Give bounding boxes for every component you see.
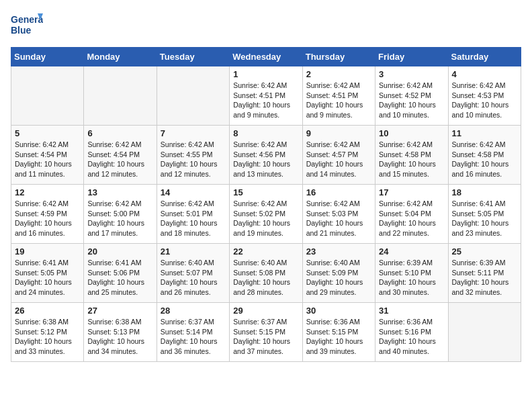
calendar-cell: 19Sunrise: 6:41 AMSunset: 5:05 PMDayligh… — [11, 244, 84, 303]
day-number: 8 — [233, 128, 298, 138]
day-info: Sunrise: 6:39 AMSunset: 5:10 PMDaylight:… — [379, 258, 444, 298]
calendar-body: 1Sunrise: 6:42 AMSunset: 4:51 PMDaylight… — [11, 66, 521, 362]
week-row-3: 12Sunrise: 6:42 AMSunset: 4:59 PMDayligh… — [11, 185, 521, 244]
day-info: Sunrise: 6:42 AMSunset: 4:57 PMDaylight:… — [306, 140, 371, 179]
calendar-cell: 5Sunrise: 6:42 AMSunset: 4:54 PMDaylight… — [11, 126, 84, 185]
calendar-cell — [157, 66, 229, 126]
logo: General Blue — [11, 11, 43, 39]
day-info: Sunrise: 6:38 AMSunset: 5:12 PMDaylight:… — [15, 317, 80, 357]
day-number: 18 — [452, 187, 517, 197]
day-number: 9 — [306, 128, 371, 138]
calendar-cell: 8Sunrise: 6:42 AMSunset: 4:56 PMDaylight… — [230, 126, 302, 185]
day-number: 31 — [379, 306, 444, 316]
day-number: 5 — [15, 128, 80, 138]
calendar-cell: 30Sunrise: 6:36 AMSunset: 5:15 PMDayligh… — [302, 303, 375, 362]
calendar-cell: 20Sunrise: 6:41 AMSunset: 5:06 PMDayligh… — [84, 244, 157, 303]
day-info: Sunrise: 6:42 AMSunset: 5:02 PMDaylight:… — [233, 199, 298, 238]
calendar-cell: 18Sunrise: 6:41 AMSunset: 5:05 PMDayligh… — [448, 185, 521, 244]
day-number: 21 — [161, 246, 226, 257]
day-number: 25 — [452, 246, 517, 257]
day-number: 14 — [161, 187, 226, 197]
day-number: 13 — [87, 187, 152, 197]
calendar-cell: 21Sunrise: 6:40 AMSunset: 5:07 PMDayligh… — [157, 244, 229, 303]
calendar-cell: 15Sunrise: 6:42 AMSunset: 5:02 PMDayligh… — [230, 185, 302, 244]
calendar-cell: 29Sunrise: 6:37 AMSunset: 5:15 PMDayligh… — [230, 303, 302, 362]
day-number: 7 — [161, 128, 226, 138]
week-row-4: 19Sunrise: 6:41 AMSunset: 5:05 PMDayligh… — [11, 244, 521, 303]
day-number: 29 — [233, 306, 298, 316]
day-info: Sunrise: 6:37 AMSunset: 5:15 PMDaylight:… — [233, 317, 298, 357]
day-info: Sunrise: 6:42 AMSunset: 4:58 PMDaylight:… — [379, 140, 444, 179]
day-info: Sunrise: 6:42 AMSunset: 4:55 PMDaylight:… — [161, 140, 226, 179]
calendar-cell — [11, 66, 84, 126]
day-number: 23 — [306, 246, 371, 257]
day-number: 19 — [15, 246, 80, 257]
calendar-cell: 26Sunrise: 6:38 AMSunset: 5:12 PMDayligh… — [11, 303, 84, 362]
day-number: 15 — [233, 187, 298, 197]
calendar-cell — [448, 303, 521, 362]
svg-text:General: General — [11, 14, 43, 25]
calendar-cell: 22Sunrise: 6:40 AMSunset: 5:08 PMDayligh… — [230, 244, 302, 303]
calendar-cell: 9Sunrise: 6:42 AMSunset: 4:57 PMDaylight… — [302, 126, 375, 185]
calendar-cell: 25Sunrise: 6:39 AMSunset: 5:11 PMDayligh… — [448, 244, 521, 303]
day-info: Sunrise: 6:42 AMSunset: 4:59 PMDaylight:… — [15, 199, 80, 238]
day-info: Sunrise: 6:41 AMSunset: 5:06 PMDaylight:… — [87, 258, 152, 298]
day-number: 17 — [379, 187, 444, 197]
calendar-cell: 11Sunrise: 6:42 AMSunset: 4:58 PMDayligh… — [448, 126, 521, 185]
day-info: Sunrise: 6:40 AMSunset: 5:09 PMDaylight:… — [306, 258, 371, 298]
day-number: 6 — [87, 128, 152, 138]
day-number: 3 — [379, 69, 444, 79]
day-info: Sunrise: 6:42 AMSunset: 5:04 PMDaylight:… — [379, 199, 444, 238]
calendar-header-row: SundayMondayTuesdayWednesdayThursdayFrid… — [11, 48, 521, 66]
header-saturday: Saturday — [448, 48, 521, 66]
calendar-cell: 3Sunrise: 6:42 AMSunset: 4:52 PMDaylight… — [375, 66, 448, 126]
day-info: Sunrise: 6:42 AMSunset: 4:56 PMDaylight:… — [233, 140, 298, 179]
calendar-cell: 24Sunrise: 6:39 AMSunset: 5:10 PMDayligh… — [375, 244, 448, 303]
calendar-table: SundayMondayTuesdayWednesdayThursdayFrid… — [11, 47, 521, 362]
day-number: 26 — [15, 306, 80, 316]
calendar-cell: 31Sunrise: 6:36 AMSunset: 5:16 PMDayligh… — [375, 303, 448, 362]
day-info: Sunrise: 6:41 AMSunset: 5:05 PMDaylight:… — [452, 199, 517, 238]
day-number: 11 — [452, 128, 517, 138]
day-info: Sunrise: 6:42 AMSunset: 5:03 PMDaylight:… — [306, 199, 371, 238]
day-number: 16 — [306, 187, 371, 197]
day-info: Sunrise: 6:40 AMSunset: 5:08 PMDaylight:… — [233, 258, 298, 298]
calendar-cell — [84, 66, 157, 126]
day-info: Sunrise: 6:38 AMSunset: 5:13 PMDaylight:… — [87, 317, 152, 357]
calendar-cell: 10Sunrise: 6:42 AMSunset: 4:58 PMDayligh… — [375, 126, 448, 185]
calendar-cell: 28Sunrise: 6:37 AMSunset: 5:14 PMDayligh… — [157, 303, 229, 362]
logo-svg: General Blue — [11, 11, 43, 39]
calendar-cell: 4Sunrise: 6:42 AMSunset: 4:53 PMDaylight… — [448, 66, 521, 126]
header-wednesday: Wednesday — [230, 48, 302, 66]
header-friday: Friday — [375, 48, 448, 66]
calendar-cell: 14Sunrise: 6:42 AMSunset: 5:01 PMDayligh… — [157, 185, 229, 244]
day-info: Sunrise: 6:39 AMSunset: 5:11 PMDaylight:… — [452, 258, 517, 298]
week-row-2: 5Sunrise: 6:42 AMSunset: 4:54 PMDaylight… — [11, 126, 521, 185]
svg-text:Blue: Blue — [11, 25, 32, 36]
day-number: 28 — [161, 306, 226, 316]
day-number: 4 — [452, 69, 517, 79]
calendar-cell: 16Sunrise: 6:42 AMSunset: 5:03 PMDayligh… — [302, 185, 375, 244]
header-monday: Monday — [84, 48, 157, 66]
week-row-5: 26Sunrise: 6:38 AMSunset: 5:12 PMDayligh… — [11, 303, 521, 362]
day-info: Sunrise: 6:37 AMSunset: 5:14 PMDaylight:… — [161, 317, 226, 357]
day-number: 10 — [379, 128, 444, 138]
calendar-cell: 17Sunrise: 6:42 AMSunset: 5:04 PMDayligh… — [375, 185, 448, 244]
day-number: 2 — [306, 69, 371, 79]
day-info: Sunrise: 6:42 AMSunset: 4:54 PMDaylight:… — [15, 140, 80, 179]
day-info: Sunrise: 6:42 AMSunset: 5:00 PMDaylight:… — [87, 199, 152, 238]
day-info: Sunrise: 6:42 AMSunset: 4:52 PMDaylight:… — [379, 81, 444, 120]
day-number: 30 — [306, 306, 371, 316]
calendar-cell: 1Sunrise: 6:42 AMSunset: 4:51 PMDaylight… — [230, 66, 302, 126]
calendar-cell: 23Sunrise: 6:40 AMSunset: 5:09 PMDayligh… — [302, 244, 375, 303]
day-info: Sunrise: 6:40 AMSunset: 5:07 PMDaylight:… — [161, 258, 226, 298]
calendar-cell: 6Sunrise: 6:42 AMSunset: 4:54 PMDaylight… — [84, 126, 157, 185]
day-info: Sunrise: 6:42 AMSunset: 4:58 PMDaylight:… — [452, 140, 517, 179]
day-number: 27 — [87, 306, 152, 316]
day-info: Sunrise: 6:42 AMSunset: 5:01 PMDaylight:… — [161, 199, 226, 238]
header-thursday: Thursday — [302, 48, 375, 66]
calendar-cell: 2Sunrise: 6:42 AMSunset: 4:51 PMDaylight… — [302, 66, 375, 126]
day-number: 12 — [15, 187, 80, 197]
day-info: Sunrise: 6:42 AMSunset: 4:51 PMDaylight:… — [233, 81, 298, 120]
day-number: 24 — [379, 246, 444, 257]
